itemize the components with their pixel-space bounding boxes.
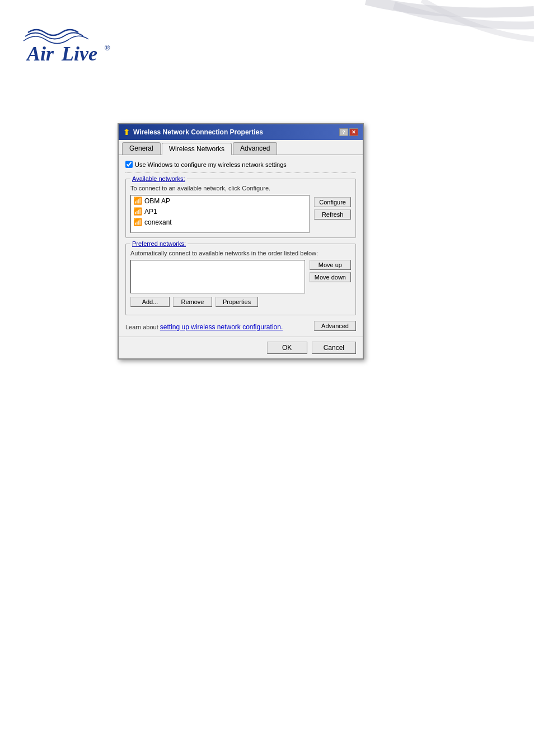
move-down-button[interactable]: Move down [310,272,351,282]
ok-button[interactable]: OK [267,342,307,354]
network-item-conexant[interactable]: 📶 conexant [131,217,309,227]
available-networks-group: Available networks: To connect to an ava… [125,179,356,238]
tab-bar: General Wireless Networks Advanced [119,140,363,155]
available-networks-label: Available networks: [130,175,187,182]
close-button[interactable]: ✕ [349,128,358,136]
preferred-networks-desc: Automatically connect to available netwo… [130,250,351,256]
learn-text-block: Learn about setting up wireless network … [125,323,283,331]
preferred-list-col [130,260,305,297]
refresh-button[interactable]: Refresh [314,209,351,220]
properties-button[interactable]: Properties [216,297,258,307]
cancel-button[interactable]: Cancel [312,342,356,354]
title-bar-left: ⬆ Wireless Network Connection Properties [123,128,263,137]
windows-config-checkbox[interactable] [125,161,133,168]
svg-text:Air: Air [26,43,54,65]
network-item-obmap[interactable]: 📶 OBM AP [131,195,309,206]
advanced-button[interactable]: Advanced [314,321,356,331]
configure-button[interactable]: Configure [314,197,351,207]
move-up-button[interactable]: Move up [310,260,351,270]
header-decoration [254,0,534,90]
available-networks-desc: To connect to an available network, clic… [130,185,351,192]
header: Air Live ® [0,0,534,112]
svg-text:®: ® [105,44,110,52]
preferred-networks-group: Preferred networks: Automatically connec… [125,244,356,315]
preferred-networks-label: Preferred networks: [130,240,188,247]
logo: Air Live ® [22,22,112,69]
preferred-btn-col: Move up Move down [310,260,351,282]
dialog-content: Use Windows to configure my wireless net… [119,155,363,337]
wifi-icon-2: 📶 [133,207,142,216]
learn-link[interactable]: setting up wireless network configuratio… [160,323,283,331]
dialog-footer: OK Cancel [119,337,363,358]
help-button[interactable]: ? [339,128,348,136]
windows-config-label: Use Windows to configure my wireless net… [135,161,287,168]
remove-button[interactable]: Remove [173,297,212,307]
dialog-window: ⬆ Wireless Network Connection Properties… [118,123,364,360]
learn-about-text: Learn about [125,324,160,330]
wifi-icon-3: 📶 [133,218,142,226]
dialog-title: Wireless Network Connection Properties [133,128,263,136]
network-icon: ⬆ [123,128,130,137]
wifi-icon-1: 📶 [133,197,142,205]
tab-wireless-networks[interactable]: Wireless Networks [162,143,232,155]
add-button[interactable]: Add... [130,297,170,307]
network-item-ap1[interactable]: 📶 AP1 [131,206,309,217]
preferred-row: Move up Move down [130,260,351,297]
logo-svg: Air Live ® [22,22,112,67]
network-list-container: 📶 OBM AP 📶 AP1 📶 conexant Co [130,195,351,233]
tab-general[interactable]: General [122,142,161,155]
svg-text:Live: Live [61,43,97,65]
tab-advanced[interactable]: Advanced [233,142,277,155]
network-buttons: Configure Refresh [314,195,351,233]
windows-config-row: Use Windows to configure my wireless net… [125,161,356,173]
network-list[interactable]: 📶 OBM AP 📶 AP1 📶 conexant [130,195,310,233]
title-bar-buttons: ? ✕ [339,128,358,136]
learn-section: Learn about setting up wireless network … [125,321,356,331]
action-buttons: Add... Remove Properties [130,297,351,307]
title-bar: ⬆ Wireless Network Connection Properties… [119,124,363,140]
preferred-list[interactable] [130,260,305,293]
